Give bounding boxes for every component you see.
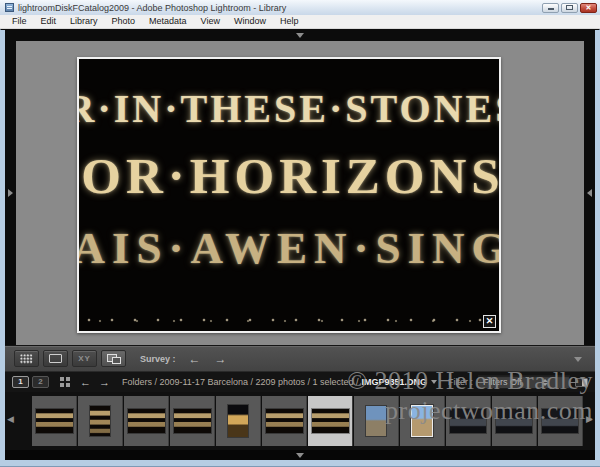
survey-label: Survey : (140, 354, 176, 364)
menu-window[interactable]: Window (227, 15, 273, 28)
compare-view-button[interactable]: XY (72, 350, 97, 367)
filmstrip-cell[interactable] (170, 396, 215, 446)
filmstrip-back-arrow-icon[interactable]: ← (80, 376, 91, 388)
lightroom-window: lightroomDiskFCatalog2009 - Adobe Photos… (0, 0, 600, 467)
photo-inscription-line: R·IN·THESE·STONES (77, 85, 501, 132)
thumbnail (36, 409, 73, 433)
menu-file[interactable]: File (5, 15, 34, 28)
filmstrip-cell[interactable] (492, 396, 537, 446)
loupe-view-button[interactable] (43, 350, 68, 367)
filmstrip-cell[interactable] (262, 396, 307, 446)
minimize-button[interactable] (542, 3, 559, 13)
window-title: lightroomDiskFCatalog2009 - Adobe Photos… (18, 3, 286, 13)
minimize-icon (548, 8, 554, 10)
main-window-button[interactable]: 1 (12, 376, 29, 388)
thumbnail (496, 409, 532, 433)
filmstrip-cell[interactable] (400, 396, 445, 446)
survey-view-area: R·IN·THESE·STONES OR·HORIZONS AIS·AWEN·S… (16, 41, 584, 345)
thumbnail (266, 409, 303, 433)
filmstrip: ◀ ▶ (5, 392, 595, 450)
filmstrip-header: 1 2 ← → Folders / 2009-11-17 Barcelona /… (5, 371, 595, 392)
thumbnail (228, 405, 248, 437)
thumbnail (128, 409, 165, 433)
filmstrip-cell[interactable] (124, 396, 169, 446)
thumbnail (174, 409, 211, 433)
thumbnail (450, 409, 486, 433)
filter-lock-toggle[interactable] (575, 378, 588, 387)
app-frame: R·IN·THESE·STONES OR·HORIZONS AIS·AWEN·S… (0, 30, 600, 467)
menu-edit[interactable]: Edit (34, 15, 64, 28)
right-panel-collapsed[interactable] (584, 41, 595, 345)
loupe-view-icon (49, 354, 62, 363)
maximize-button[interactable] (561, 3, 578, 13)
thumbnail (312, 409, 349, 433)
thumbnail (411, 405, 433, 437)
filmstrip-collapse-strip[interactable] (5, 450, 595, 460)
photo-inscription-line: AIS·AWEN·SING (77, 222, 501, 274)
filmstrip-forward-arrow-icon[interactable]: → (99, 376, 110, 388)
filmstrip-cell[interactable] (354, 396, 399, 446)
thumbnail (542, 409, 578, 433)
toolbar: XY Survey : ← → (5, 345, 595, 371)
filmstrip-scroll-left-icon[interactable]: ◀ (7, 414, 14, 424)
titlebar: lightroomDiskFCatalog2009 - Adobe Photos… (0, 0, 600, 15)
filter-dropdown-value: Filters Off (483, 377, 524, 387)
filmstrip-cells (32, 396, 583, 446)
close-button[interactable]: ✕ (580, 3, 597, 13)
menu-metadata[interactable]: Metadata (142, 15, 194, 28)
thumbnail (90, 406, 110, 436)
survey-view-button[interactable] (101, 350, 126, 367)
survey-view-icon (107, 354, 121, 364)
filmstrip-cell[interactable] (78, 396, 123, 446)
left-panel-collapsed[interactable] (5, 41, 16, 345)
filmstrip-source-path[interactable]: Folders / 2009-11-17 Barcelona / 2209 ph… (122, 377, 358, 387)
grid-view-button[interactable] (14, 350, 39, 367)
deselect-photo-button[interactable]: ✕ (483, 315, 496, 328)
collapse-filmstrip-icon (296, 453, 304, 458)
maximize-icon (566, 5, 573, 10)
filmstrip-cell[interactable] (446, 396, 491, 446)
previous-photo-arrow-icon[interactable]: ← (189, 351, 201, 367)
thumbnail (366, 406, 386, 436)
compare-view-icon: XY (78, 354, 91, 363)
menu-library[interactable]: Library (63, 15, 105, 28)
photo-lights (87, 318, 491, 323)
filmstrip-cell[interactable] (538, 396, 583, 446)
toolbar-options-caret-icon[interactable] (574, 357, 582, 362)
menubar: File Edit Library Photo Metadata View Wi… (0, 15, 600, 29)
next-photo-arrow-icon[interactable]: → (215, 351, 227, 367)
filmstrip-cell[interactable] (32, 396, 77, 446)
module-picker-collapsed[interactable] (5, 30, 595, 41)
app-icon (5, 3, 14, 12)
expand-right-panel-icon (587, 189, 592, 197)
filter-label: Filter : (448, 377, 473, 387)
go-to-grid-icon[interactable] (60, 377, 70, 387)
menu-help[interactable]: Help (273, 15, 306, 28)
filter-spinner-icon (524, 379, 565, 386)
menu-photo[interactable]: Photo (105, 15, 143, 28)
photo-inscription-line: OR·HORIZONS (77, 147, 501, 205)
second-window-button[interactable]: 2 (32, 376, 49, 388)
filmstrip-cell-selected[interactable] (308, 396, 353, 446)
expand-top-panel-icon (296, 33, 304, 38)
filmstrip-current-filename[interactable]: IMGP9351.DNG (361, 377, 427, 387)
filmstrip-scroll-right-icon[interactable]: ▶ (586, 414, 593, 424)
source-menu-caret-icon[interactable] (431, 380, 437, 384)
filmstrip-cell[interactable] (216, 396, 261, 446)
grid-view-icon (20, 354, 33, 364)
survey-photo[interactable]: R·IN·THESE·STONES OR·HORIZONS AIS·AWEN·S… (77, 57, 501, 333)
expand-left-panel-icon (8, 189, 13, 197)
filter-dropdown[interactable]: Filters Off (478, 375, 570, 389)
menu-view[interactable]: View (194, 15, 227, 28)
